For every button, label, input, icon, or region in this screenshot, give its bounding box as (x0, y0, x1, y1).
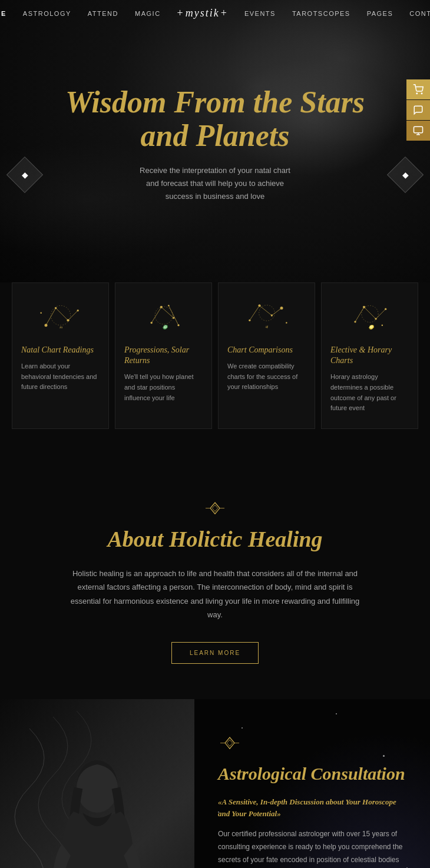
hero-title: Wisdom From the Stars and Planets (38, 85, 392, 152)
svg-point-40 (381, 324, 383, 326)
svg-text:m: m (59, 325, 62, 330)
svg-line-13 (68, 311, 78, 321)
svg-line-23 (168, 305, 178, 325)
svg-point-1 (421, 93, 422, 94)
chevron-left-icon: ◆ (22, 170, 28, 180)
consultation-title: Astrological Consultation (218, 763, 406, 784)
card-progressions: ♎ Progressions, Solar Returns We'll tell… (115, 282, 212, 429)
svg-point-19 (168, 305, 170, 307)
nav-attend[interactable]: ATTEND (88, 10, 118, 17)
about-text: Holistic healing is an approach to life … (62, 567, 368, 622)
svg-text:♎: ♎ (162, 325, 168, 330)
card-natal: m Natal Chart Readings Learn about your … (12, 282, 109, 429)
card-horary-desc: Horary astrology determines a possible o… (330, 372, 409, 413)
svg-line-31 (249, 305, 259, 320)
horary-icon: ♌ (330, 295, 409, 336)
cart-button[interactable] (406, 79, 430, 99)
svg-line-41 (355, 307, 364, 322)
nav-contact[interactable]: CONTACT (409, 10, 430, 17)
svg-point-10 (40, 312, 42, 314)
about-icon (12, 500, 418, 517)
nav-events[interactable]: EVENTS (244, 10, 276, 17)
card-comparisons-title: Chart Comparisons (227, 345, 293, 355)
chat-button[interactable] (406, 100, 430, 120)
hero-subtitle: Receive the interpretation of your natal… (38, 164, 392, 203)
learn-more-button[interactable]: LEARN MORE (171, 642, 259, 664)
side-buttons (406, 79, 430, 141)
progressions-icon: ♎ (124, 295, 203, 336)
consult-icon (218, 734, 406, 754)
card-comparisons: ♃ Chart Comparisons We create compatibil… (218, 282, 315, 429)
consultation-desc: Our certified professional astrologer wi… (218, 828, 406, 868)
chevron-right-icon: ◆ (402, 170, 409, 180)
monitor-button[interactable] (406, 121, 430, 141)
site-logo[interactable]: mystik (177, 7, 228, 19)
svg-text:♃: ♃ (264, 325, 268, 330)
services-section: m Natal Chart Readings Learn about your … (0, 282, 430, 464)
nav-magic[interactable]: MAGIC (135, 10, 161, 17)
card-horary-title: Elective & Horary Charts (330, 345, 409, 366)
consultation-section: Astrological Consultation «A Sensitive, … (0, 699, 430, 868)
nav-home[interactable]: HOME (0, 10, 6, 17)
consultation-image (0, 699, 194, 868)
consultation-quote: «A Sensitive, In-depth Discussion about … (218, 796, 406, 819)
svg-line-32 (259, 305, 272, 315)
svg-point-0 (416, 93, 418, 94)
cards-grid: m Natal Chart Readings Learn about your … (12, 282, 418, 429)
about-title: About Holictic Healing (12, 526, 418, 552)
card-natal-title: Natal Chart Readings (21, 345, 94, 355)
svg-line-33 (272, 308, 282, 316)
svg-point-6 (44, 324, 47, 327)
main-nav: HOME ASTROLOGY ATTEND MAGIC mystik EVENT… (0, 0, 430, 26)
svg-point-36 (354, 321, 356, 322)
natal-icon: m (21, 295, 100, 336)
svg-line-12 (55, 308, 68, 321)
nav-tarotscopes[interactable]: TAROTSCOPES (292, 10, 350, 17)
card-horary: ♌ Elective & Horary Charts Horary astrol… (321, 282, 418, 429)
card-progressions-title: Progressions, Solar Returns (124, 345, 203, 366)
comparisons-icon: ♃ (227, 295, 306, 336)
card-comparisons-desc: We create compatibility charts for the s… (227, 361, 306, 393)
svg-text:♌: ♌ (368, 325, 374, 330)
svg-rect-2 (414, 127, 423, 133)
svg-line-42 (364, 307, 376, 319)
svg-line-11 (46, 308, 56, 325)
about-section: About Holictic Healing Holistic healing … (0, 464, 430, 700)
nav-pages[interactable]: PAGES (367, 10, 393, 17)
card-progressions-desc: We'll tell you how planet and star posit… (124, 372, 203, 403)
nav-astrology[interactable]: ASTROLOGY (23, 10, 71, 17)
card-natal-desc: Learn about your behavioral tendencies a… (21, 361, 100, 393)
svg-line-43 (376, 309, 386, 319)
svg-line-22 (161, 307, 173, 318)
hero-section: ◆ ◆ Wisdom From the Stars and Planets Re… (0, 0, 430, 288)
svg-point-30 (286, 322, 287, 324)
consultation-content: Astrological Consultation «A Sensitive, … (194, 699, 430, 868)
svg-point-5 (51, 305, 70, 325)
svg-point-25 (259, 305, 274, 321)
